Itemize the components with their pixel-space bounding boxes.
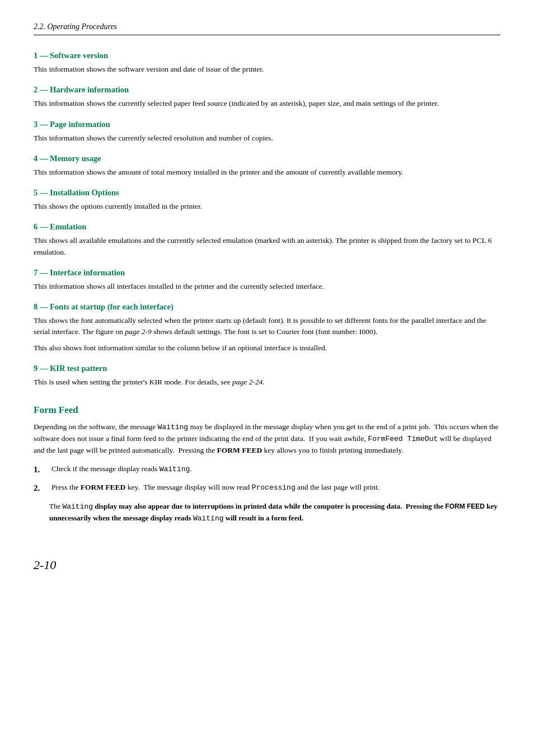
note-bold-2: will result in a form feed. [226,514,303,522]
form-feed-steps: 1. Check if the message display reads Wa… [34,463,500,494]
kir-period: . [263,378,264,386]
section-heading-8: 8 — Fonts at startup (for each interface… [34,302,500,312]
form-feed-key-ref-2: FORM FEED [81,483,126,491]
section-body-8a: This shows the font automatically select… [34,315,500,338]
section-page-info: 3 — Page information This information sh… [34,120,500,144]
step-2-number: 2. [34,482,49,495]
page-ref-2-24: page 2-24 [232,378,263,386]
section-heading-3: 3 — Page information [34,120,500,129]
formfeed-timeout-code: FormFeed TimeOut [368,435,438,443]
section-memory-usage: 4 — Memory usage This information shows … [34,154,500,178]
page-number: 2-10 [34,558,500,572]
section-body-6: This shows all available emulations and … [34,235,500,258]
section-body-5: This shows the options currently install… [34,201,500,212]
form-feed-heading: Form Feed [34,405,500,416]
section-body-1: This information shows the software vers… [34,64,500,75]
waiting-code-4: Waiting [193,514,224,523]
section-emulation: 6 — Emulation This shows all available e… [34,222,500,258]
form-feed-note: The Waiting display may also appear due … [49,501,500,524]
step-2: 2. Press the FORM FEED key. The message … [34,482,500,495]
chapter-title: 2.2. Operating Procedures [34,22,117,31]
section-heading-4: 4 — Memory usage [34,154,500,163]
waiting-code-3: Waiting [62,503,93,511]
step-1-number: 1. [34,463,49,476]
form-feed-intro: Depending on the software, the message W… [34,421,500,457]
step-2-text: Press the FORM FEED key. The message dis… [51,482,380,494]
section-form-feed: Form Feed Depending on the software, the… [34,405,500,524]
section-heading-9: 9 — KIR test pattern [34,364,500,373]
page-header: 2.2. Operating Procedures [34,22,500,35]
section-body-9: This is used when setting the printer's … [34,377,500,388]
section-body-7: This information shows all interfaces in… [34,281,500,292]
waiting-code-1: Waiting [158,423,189,431]
section-installation-options: 5 — Installation Options This shows the … [34,188,500,212]
page-ref-2-9: page 2-9 [125,327,152,336]
section-fonts-startup: 8 — Fonts at startup (for each interface… [34,302,500,354]
step-1-text: Check if the message display reads Waiti… [51,463,192,475]
section-interface-info: 7 — Interface information This informati… [34,268,500,292]
form-feed-key-ref-1: FORM FEED [217,446,263,454]
note-text: The Waiting display may also appear due … [49,502,498,522]
section-heading-7: 7 — Interface information [34,268,500,278]
section-heading-1: 1 — Software version [34,51,500,60]
section-heading-5: 5 — Installation Options [34,188,500,198]
section-body-4: This information shows the amount of tot… [34,167,500,178]
waiting-code-2: Waiting [160,465,190,473]
kir-body-text: This is used when setting the printer's … [34,378,232,386]
fonts-body-text-2: shows default settings. The font is set … [152,327,378,336]
section-body-2: This information shows the currently sel… [34,98,500,109]
section-heading-2: 2 — Hardware information [34,85,500,95]
section-hardware-info: 2 — Hardware information This informatio… [34,85,500,109]
section-body-8b: This also shows font information similar… [34,342,500,354]
step-1: 1. Check if the message display reads Wa… [34,463,500,476]
section-software-version: 1 — Software version This information sh… [34,51,500,75]
processing-code: Processing [252,483,296,492]
section-heading-6: 6 — Emulation [34,222,500,232]
section-kir-test: 9 — KIR test pattern This is used when s… [34,364,500,388]
section-body-3: This information shows the currently sel… [34,133,500,144]
